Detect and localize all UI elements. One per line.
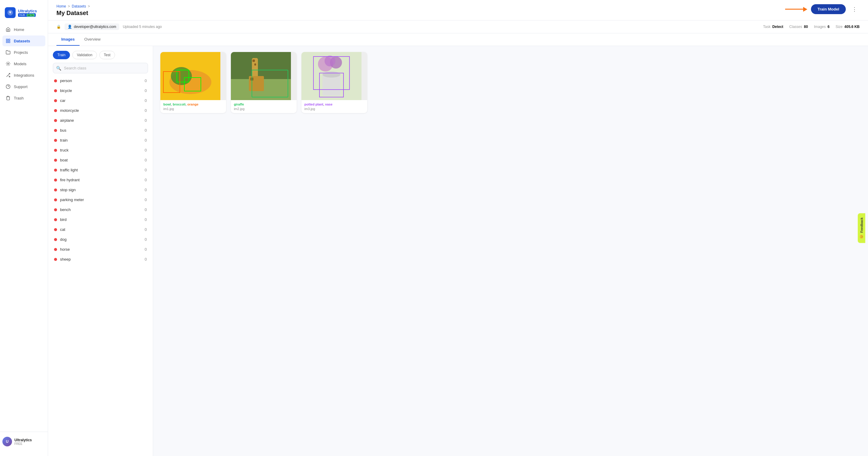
size-label: Size (836, 25, 842, 29)
svg-rect-3 (8, 41, 10, 43)
sidebar-item-trash[interactable]: Trash (2, 92, 45, 104)
class-count: 0 (145, 98, 147, 103)
class-list-item[interactable]: parking meter 0 (48, 195, 153, 205)
class-name: cat (60, 227, 142, 232)
image-info: giraffe im2.jpg (231, 100, 297, 113)
class-list-item[interactable]: bench 0 (48, 205, 153, 215)
author-email: developer@ultralytics.com (74, 25, 116, 29)
stat-task: Task Detect (763, 25, 783, 29)
tabs-bar: Images Overview (48, 33, 868, 46)
class-list-item[interactable]: stop sign 0 (48, 185, 153, 195)
nav-label-projects: Projects (14, 50, 28, 55)
class-list-item[interactable]: fire hydrant 0 (48, 175, 153, 185)
image-card[interactable]: potted plant, vase im3.jpg (302, 52, 367, 113)
trash-icon (5, 95, 11, 101)
filter-validation[interactable]: Validation (72, 51, 97, 59)
sidebar-item-home[interactable]: Home (2, 24, 45, 35)
image-labels: bowl, broccoli, orange (163, 103, 223, 106)
images-label: Images (814, 25, 826, 29)
class-name: parking meter (60, 198, 142, 202)
body-split: Train Validation Test 🔍 person 0 bicycle… (48, 46, 868, 456)
filter-tabs: Train Validation Test (48, 46, 153, 63)
filter-test[interactable]: Test (99, 51, 115, 59)
image-panel: bowl, broccoli, orange im1.jpg giraffe i… (153, 46, 868, 456)
feedback-button[interactable]: 😊 Feedback (858, 213, 865, 243)
class-count: 0 (145, 118, 147, 123)
image-card[interactable]: bowl, broccoli, orange im1.jpg (160, 52, 226, 113)
class-dot (54, 149, 57, 152)
tab-overview[interactable]: Overview (80, 33, 105, 46)
class-count: 0 (145, 188, 147, 192)
image-thumbnail (302, 52, 367, 100)
header: Home > Datasets > My Dataset Train Model (48, 0, 868, 21)
tab-images[interactable]: Images (57, 33, 80, 46)
class-count: 0 (145, 148, 147, 152)
class-list-item[interactable]: car 0 (48, 95, 153, 106)
image-info: bowl, broccoli, orange im1.jpg (160, 100, 226, 113)
class-list-item[interactable]: bus 0 (48, 125, 153, 135)
class-list-item[interactable]: dog 0 (48, 234, 153, 245)
class-name: person (60, 79, 142, 83)
nav-label-integrations: Integrations (14, 73, 34, 78)
stat-images: Images 6 (814, 25, 830, 29)
class-count: 0 (145, 227, 147, 232)
user-profile[interactable]: U Ultralytics FREE (2, 437, 45, 446)
class-list-item[interactable]: train 0 (48, 135, 153, 145)
class-list-item[interactable]: bird 0 (48, 215, 153, 225)
class-list-item[interactable]: cat 0 (48, 225, 153, 234)
image-labels: giraffe (234, 103, 293, 106)
class-list-item[interactable]: truck 0 (48, 145, 153, 155)
class-list-item[interactable]: boat 0 (48, 155, 153, 165)
app-name: Ultralytics (18, 9, 37, 13)
class-name: bus (60, 128, 142, 133)
sidebar-item-projects[interactable]: Projects (2, 47, 45, 58)
more-options-button[interactable]: ⋮ (849, 5, 860, 14)
class-list-item[interactable]: motorcycle 0 (48, 106, 153, 115)
svg-rect-4 (6, 41, 8, 43)
datasets-icon (5, 38, 11, 44)
breadcrumb-datasets[interactable]: Datasets (72, 4, 86, 8)
logo-icon (5, 7, 16, 18)
class-list-item[interactable]: traffic light 0 (48, 165, 153, 175)
class-dot (54, 228, 57, 231)
class-panel: Train Validation Test 🔍 person 0 bicycle… (48, 46, 153, 456)
image-card[interactable]: giraffe im2.jpg (231, 52, 297, 113)
class-dot (54, 208, 57, 211)
breadcrumb-sep1: > (68, 4, 70, 8)
feedback-label: Feedback (860, 217, 864, 233)
svg-rect-21 (252, 59, 255, 62)
class-list-item[interactable]: sheep 0 (48, 254, 153, 264)
user-name: Ultralytics (14, 438, 32, 442)
class-count: 0 (145, 257, 147, 261)
breadcrumb-home[interactable]: Home (57, 4, 66, 8)
class-dot (54, 109, 57, 112)
sidebar-item-support[interactable]: Support (2, 81, 45, 92)
class-dot (54, 99, 57, 102)
class-name: bird (60, 217, 142, 222)
feedback-icon: 😊 (860, 234, 864, 239)
train-model-button[interactable]: Train Model (811, 4, 846, 14)
support-icon (5, 84, 11, 89)
class-dot (54, 129, 57, 132)
class-list-item[interactable]: person 0 (48, 76, 153, 86)
svg-rect-22 (254, 63, 256, 65)
sidebar-item-models[interactable]: Models (2, 58, 45, 69)
class-list-item[interactable]: airplane 0 (48, 115, 153, 125)
class-name: truck (60, 148, 142, 152)
class-list-item[interactable]: horse 0 (48, 245, 153, 254)
class-count: 0 (145, 158, 147, 162)
filter-train[interactable]: Train (53, 51, 70, 59)
class-dot (54, 248, 57, 251)
class-name: bench (60, 207, 142, 212)
dataset-stats: Task Detect Classes 80 Images 6 Size 405… (763, 25, 860, 29)
class-count: 0 (145, 217, 147, 222)
sidebar-item-datasets[interactable]: Datasets (2, 35, 45, 46)
class-dot (54, 119, 57, 122)
class-name: traffic light (60, 168, 142, 172)
sidebar-item-integrations[interactable]: Integrations (2, 70, 45, 81)
search-input[interactable] (53, 63, 148, 73)
class-list-item[interactable]: bicycle 0 (48, 86, 153, 95)
class-count: 0 (145, 79, 147, 83)
nav-label-support: Support (14, 84, 28, 89)
svg-point-27 (322, 72, 340, 78)
